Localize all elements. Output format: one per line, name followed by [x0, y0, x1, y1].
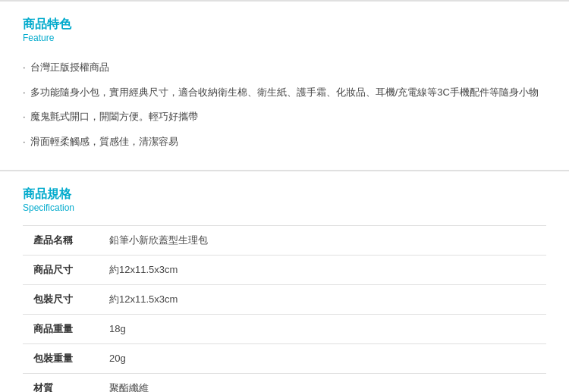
- spec-value: 聚酯纖維: [99, 373, 546, 392]
- spec-value: 約12x11.5x3cm: [99, 284, 546, 314]
- spec-label: 產品名稱: [23, 225, 99, 255]
- spec-row: 包裝尺寸約12x11.5x3cm: [23, 284, 546, 314]
- spec-section: 商品規格 Specification 產品名稱鉛筆小新欣蓋型生理包商品尺寸約12…: [0, 170, 569, 392]
- feature-title-en: Feature: [23, 33, 546, 43]
- spec-row: 包裝重量20g: [23, 343, 546, 373]
- feature-item: 多功能隨身小包，實用經典尺寸，適合收納衛生棉、衛生紙、護手霜、化妝品、耳機/充電…: [23, 80, 546, 105]
- spec-row: 商品尺寸約12x11.5x3cm: [23, 255, 546, 284]
- feature-list: 台灣正版授權商品多功能隨身小包，實用經典尺寸，適合收納衛生棉、衛生紙、護手霜、化…: [23, 55, 546, 155]
- feature-title-zh: 商品特色: [23, 17, 546, 33]
- spec-label: 包裝尺寸: [23, 284, 99, 314]
- feature-section: 商品特色 Feature 台灣正版授權商品多功能隨身小包，實用經典尺寸，適合收納…: [0, 0, 569, 170]
- spec-row: 商品重量18g: [23, 314, 546, 343]
- feature-item: 魔鬼氈式開口，開闔方便。輕巧好攜帶: [23, 105, 546, 130]
- spec-title-en: Specification: [23, 202, 546, 213]
- spec-label: 商品重量: [23, 314, 99, 343]
- feature-item: 台灣正版授權商品: [23, 55, 546, 80]
- spec-title-zh: 商品規格: [23, 187, 546, 202]
- spec-label: 包裝重量: [23, 343, 99, 373]
- spec-row: 產品名稱鉛筆小新欣蓋型生理包: [23, 225, 546, 255]
- spec-value: 18g: [99, 314, 546, 343]
- spec-table: 產品名稱鉛筆小新欣蓋型生理包商品尺寸約12x11.5x3cm包裝尺寸約12x11…: [23, 225, 546, 392]
- spec-value: 鉛筆小新欣蓋型生理包: [99, 225, 546, 255]
- spec-row: 材質聚酯纖維: [23, 373, 546, 392]
- feature-item: 滑面輕柔觸感，質感佳，清潔容易: [23, 130, 546, 155]
- spec-label: 材質: [23, 373, 99, 392]
- spec-label: 商品尺寸: [23, 255, 99, 284]
- spec-value: 20g: [99, 343, 546, 373]
- spec-value: 約12x11.5x3cm: [99, 255, 546, 284]
- page-wrapper: 商品特色 Feature 台灣正版授權商品多功能隨身小包，實用經典尺寸，適合收納…: [0, 0, 569, 392]
